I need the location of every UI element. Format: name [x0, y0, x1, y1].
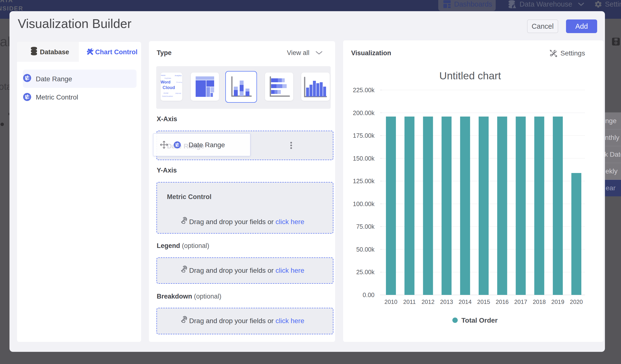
svg-text:2011: 2011 — [403, 298, 416, 305]
svg-text:225.00k: 225.00k — [353, 87, 375, 93]
svg-text:Untitled chart: Untitled chart — [439, 70, 501, 82]
svg-text:2018: 2018 — [533, 298, 546, 305]
svg-text:2020: 2020 — [570, 298, 583, 305]
svg-text:2012: 2012 — [421, 298, 434, 305]
svg-text:125.00k: 125.00k — [353, 178, 375, 184]
svg-text:0.00: 0.00 — [362, 292, 375, 298]
svg-text:200.00k: 200.00k — [353, 109, 375, 116]
svg-text:2019: 2019 — [552, 298, 564, 305]
svg-text:Total Order: Total Order — [461, 316, 498, 324]
svg-text:2014: 2014 — [459, 298, 472, 305]
svg-text:150.00k: 150.00k — [353, 155, 375, 162]
svg-text:25.00k: 25.00k — [356, 269, 375, 276]
svg-text:2015: 2015 — [477, 298, 490, 305]
svg-text:2017: 2017 — [514, 298, 527, 305]
svg-text:2016: 2016 — [496, 298, 509, 305]
svg-text:175.00k: 175.00k — [353, 132, 375, 139]
svg-text:75.00k: 75.00k — [356, 223, 375, 230]
svg-text:100.00k: 100.00k — [353, 201, 375, 207]
svg-text:2010: 2010 — [384, 298, 397, 305]
svg-text:50.00k: 50.00k — [356, 246, 375, 253]
svg-text:2013: 2013 — [440, 298, 453, 305]
